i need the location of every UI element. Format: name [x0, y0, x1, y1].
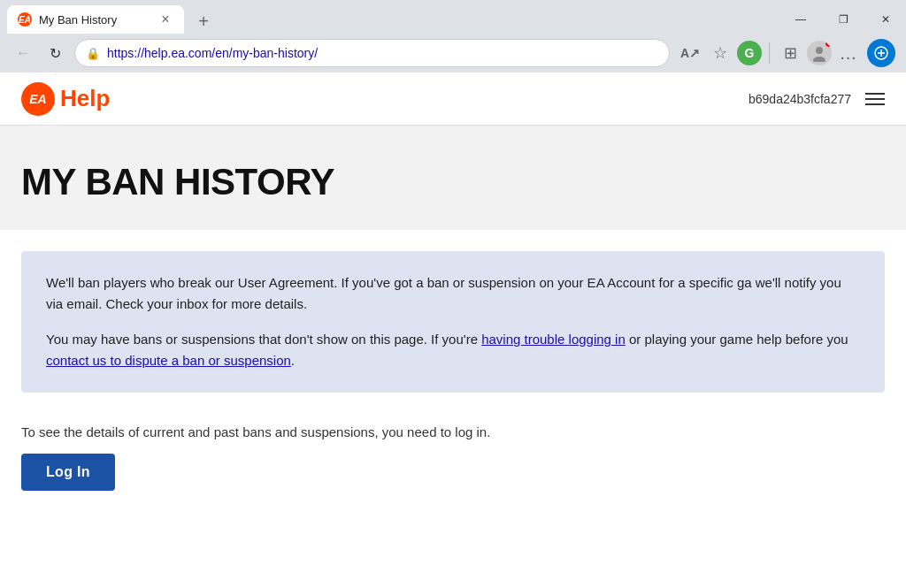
url-bar[interactable]: 🔒 https://help.ea.com/en/my-ban-history/	[74, 39, 670, 67]
info-paragraph-1: We'll ban players who break our User Agr…	[46, 272, 860, 315]
info-paragraph-2: You may have bans or suspensions that do…	[46, 329, 860, 371]
header-right: b69da24b3fcfa277	[749, 92, 885, 106]
g-button[interactable]: G	[737, 41, 762, 65]
refresh-button[interactable]: ↻	[42, 41, 67, 65]
main-content: We'll ban players who break our User Agr…	[0, 230, 906, 526]
browser-tab[interactable]: EA My Ban History ×	[7, 5, 184, 34]
trouble-logging-link[interactable]: having trouble logging in	[481, 332, 626, 347]
maximize-button[interactable]: ❐	[823, 5, 864, 34]
info-text-end: .	[291, 353, 295, 368]
page-title: MY BAN HISTORY	[21, 161, 885, 203]
address-bar: ← ↻ 🔒 https://help.ea.com/en/my-ban-hist…	[0, 34, 906, 73]
hero-banner: MY BAN HISTORY	[0, 126, 906, 230]
browser-chrome: EA My Ban History × + — ❐ ✕ ← ↻ 🔒 https:…	[0, 0, 906, 73]
translate-button[interactable]: A↗	[677, 40, 703, 66]
ms-extension-button[interactable]	[867, 39, 895, 67]
back-button[interactable]: ←	[11, 41, 35, 65]
username-display: b69da24b3fcfa277	[749, 92, 851, 106]
svg-point-1	[813, 57, 825, 62]
minimize-button[interactable]: —	[780, 5, 821, 34]
login-section: To see the details of current and past b…	[21, 417, 885, 505]
notification-dot	[825, 41, 832, 48]
ea-logo-circle: EA	[21, 82, 55, 116]
extensions-button[interactable]: ⊞	[777, 40, 803, 66]
ea-logo[interactable]: EA Help	[21, 82, 110, 116]
more-button[interactable]: …	[835, 40, 862, 66]
info-text-between: or playing your game	[626, 332, 753, 347]
extension-icon	[874, 46, 888, 60]
info-text-before-link2: help before you	[753, 332, 848, 347]
contact-us-link[interactable]: contact us to dispute a ban or suspensio…	[46, 353, 291, 368]
window-controls: — ❐ ✕	[780, 5, 906, 34]
separator	[769, 42, 770, 64]
login-prompt-text: To see the details of current and past b…	[21, 424, 885, 439]
hamburger-menu[interactable]	[865, 93, 885, 105]
svg-point-0	[816, 47, 823, 54]
page-content: EA Help b69da24b3fcfa277 MY BAN HISTORY …	[0, 73, 906, 526]
tab-title: My Ban History	[39, 13, 150, 27]
help-label: Help	[60, 85, 110, 112]
bookmark-button[interactable]: ☆	[707, 40, 733, 66]
url-text: https://help.ea.com/en/my-ban-history/	[107, 46, 658, 60]
info-text-before-link1: You may have bans or suspensions that do…	[46, 332, 481, 347]
new-tab-button[interactable]: +	[191, 9, 216, 34]
close-button[interactable]: ✕	[865, 5, 906, 34]
tab-favicon: EA	[18, 12, 32, 27]
site-header: EA Help b69da24b3fcfa277	[0, 73, 906, 126]
lock-icon: 🔒	[86, 47, 100, 60]
login-button[interactable]: Log In	[21, 454, 115, 491]
info-box: We'll ban players who break our User Agr…	[21, 251, 885, 393]
browser-actions: A↗ ☆ G ⊞ …	[677, 39, 895, 67]
profile-button[interactable]	[807, 41, 832, 65]
tab-close-button[interactable]: ×	[157, 11, 173, 27]
